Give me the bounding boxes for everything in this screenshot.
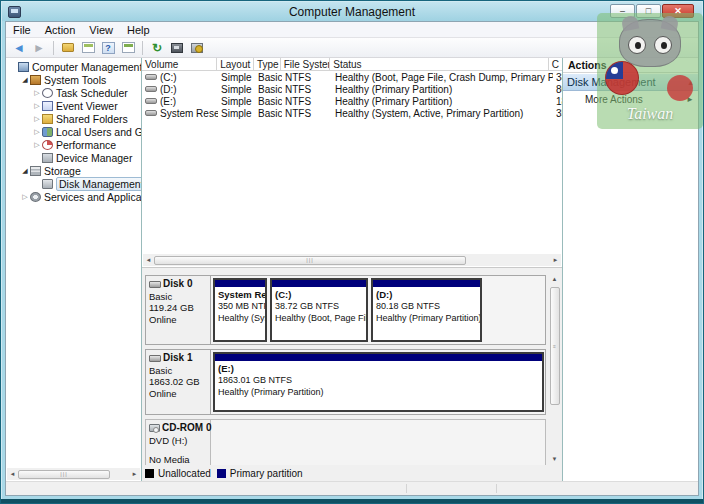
collapse-icon[interactable]: ▲ (687, 79, 694, 86)
cdrom-empty-strip (211, 420, 545, 465)
partition-color-band (215, 280, 265, 287)
disk-1-label[interactable]: Disk 1 Basic 1863.02 GB Online (146, 350, 211, 414)
partition-system-reserved[interactable]: System Res 350 MB NTF Healthy (Sys (213, 278, 267, 342)
scrollbar-thumb[interactable]: ||| (18, 470, 110, 479)
window-title: Computer Management (2, 5, 702, 19)
primary-partition-color-swatch (217, 469, 226, 478)
partition-color-band (373, 280, 480, 287)
minimize-button[interactable]: – (610, 4, 635, 18)
titlebar[interactable]: Computer Management – □ ✕ (2, 2, 702, 21)
tree-item-services-applications[interactable]: ▷ Services and Applications (6, 190, 141, 203)
volume-list-horizontal-scrollbar[interactable]: ◄ ||| ► (143, 254, 561, 266)
tree-item-computer-management[interactable]: Computer Management (Local (6, 60, 141, 73)
scroll-down-icon[interactable]: ▼ (549, 454, 560, 465)
volume-row-system-reserved[interactable]: System Reserved Simple Basic NTFS Health… (142, 107, 562, 119)
task-scheduler-icon (42, 88, 53, 98)
column-header-layout[interactable]: Layout (217, 58, 254, 70)
menu-file[interactable]: File (13, 24, 31, 36)
tree-item-storage[interactable]: ◢ Storage (6, 164, 141, 177)
tree-item-event-viewer[interactable]: ▷ Event Viewer (6, 99, 141, 112)
scrollbar-thumb[interactable]: ≡ (550, 287, 560, 405)
statusbar (6, 481, 698, 495)
disk-management-icon (42, 179, 53, 189)
column-header-file-system[interactable]: File System (281, 58, 331, 70)
legend-primary-partition-label: Primary partition (230, 468, 303, 479)
disk-1-row: Disk 1 Basic 1863.02 GB Online (E:) (145, 349, 546, 415)
volume-row-c[interactable]: (C:) Simple Basic NTFS Healthy (Boot, Pa… (142, 71, 562, 83)
disk-0-row: Disk 0 Basic 119.24 GB Online System Res (145, 275, 546, 345)
tree-item-disk-management[interactable]: Disk Management (6, 177, 141, 190)
performance-icon (42, 140, 53, 150)
maximize-button[interactable]: □ (636, 4, 661, 18)
unallocated-color-swatch (145, 469, 154, 478)
volume-row-e[interactable]: (E:) Simple Basic NTFS Healthy (Primary … (142, 95, 562, 107)
menu-action[interactable]: Action (45, 24, 76, 36)
scroll-right-icon[interactable]: ► (129, 469, 140, 480)
close-button[interactable]: ✕ (662, 4, 694, 18)
expander-icon[interactable]: ▷ (32, 128, 42, 136)
help-icon[interactable]: ? (100, 40, 116, 55)
legend-unallocated-label: Unallocated (158, 468, 211, 479)
legend: Unallocated Primary partition (145, 466, 546, 480)
column-header-volume[interactable]: Volume (142, 58, 217, 70)
disk-pane-vertical-scrollbar[interactable]: ▲ ≡ ▼ (548, 274, 561, 465)
column-header-capacity[interactable]: C (549, 58, 562, 70)
tree-item-task-scheduler[interactable]: ▷ Task Scheduler (6, 86, 141, 99)
actions-disk-management[interactable]: Disk Management ▲ (563, 73, 698, 91)
scrollbar-thumb[interactable]: ||| (154, 256, 466, 265)
tree-item-system-tools[interactable]: ◢ System Tools (6, 73, 141, 86)
tree-item-shared-folders[interactable]: ▷ Shared Folders (6, 112, 141, 125)
expander-icon[interactable]: ▷ (20, 193, 30, 201)
menu-help[interactable]: Help (127, 24, 150, 36)
submenu-arrow-icon: ► (686, 95, 694, 104)
tree-item-local-users-groups[interactable]: ▷ Local Users and Groups (6, 125, 141, 138)
expander-icon[interactable]: ▷ (32, 141, 42, 149)
users-icon (42, 127, 53, 137)
window-bottom-edge (1, 499, 703, 503)
computer-icon (18, 62, 29, 72)
back-icon[interactable]: ◄ (11, 40, 27, 55)
volume-list: Volume Layout Type File System Status C … (142, 58, 562, 268)
scroll-up-icon[interactable]: ▲ (549, 274, 560, 285)
volume-row-d[interactable]: (D:) Simple Basic NTFS Healthy (Primary … (142, 83, 562, 95)
cdrom-0-label[interactable]: CD-ROM 0 DVD (H:) No Media (146, 420, 211, 465)
expander-icon[interactable]: ◢ (20, 76, 30, 84)
show-hide-console-icon[interactable] (120, 40, 136, 55)
cdrom-icon (149, 424, 160, 432)
column-header-type[interactable]: Type (254, 58, 281, 70)
more-actions[interactable]: More Actions ► (563, 91, 698, 108)
app-icon (8, 6, 21, 18)
scroll-right-icon[interactable]: ► (550, 255, 561, 266)
device-manager-icon (42, 153, 53, 163)
tree-horizontal-scrollbar[interactable]: ◄ ||| ► (7, 468, 140, 480)
disk-graph-pane: Disk 0 Basic 119.24 GB Online System Res (142, 272, 562, 481)
column-header-status[interactable]: Status (330, 58, 549, 70)
console-tree: Computer Management (Local ◢ System Tool… (6, 58, 142, 481)
rescan-disks-icon[interactable] (189, 40, 205, 55)
menu-view[interactable]: View (89, 24, 113, 36)
disk-icon (149, 281, 161, 288)
toolbar-separator (142, 41, 143, 55)
toolbar-separator (53, 41, 54, 55)
disk-0-label[interactable]: Disk 0 Basic 119.24 GB Online (146, 276, 211, 344)
scroll-left-icon[interactable]: ◄ (7, 469, 18, 480)
expander-icon[interactable]: ▷ (32, 115, 42, 123)
partition-c[interactable]: (C:) 38.72 GB NTFS Healthy (Boot, Page F… (270, 278, 368, 342)
properties-icon[interactable] (169, 40, 185, 55)
export-list-icon[interactable] (60, 40, 76, 55)
forward-icon[interactable]: ► (31, 40, 47, 55)
partition-e[interactable]: (E:) 1863.01 GB NTFS Healthy (Primary Pa… (213, 352, 544, 412)
expander-icon[interactable]: ◢ (20, 167, 30, 175)
storage-icon (30, 166, 41, 176)
tree-item-device-manager[interactable]: Device Manager (6, 151, 141, 164)
drive-icon (145, 110, 157, 116)
expander-icon[interactable]: ▷ (32, 89, 42, 97)
menubar: File Action View Help (6, 22, 698, 38)
scroll-left-icon[interactable]: ◄ (143, 255, 154, 266)
partition-d[interactable]: (D:) 80.18 GB NTFS Healthy (Primary Part… (371, 278, 482, 342)
refresh-icon[interactable]: ↻ (149, 40, 165, 55)
console-window-icon[interactable] (80, 40, 96, 55)
expander-icon[interactable]: ▷ (32, 102, 42, 110)
tree-item-performance[interactable]: ▷ Performance (6, 138, 141, 151)
drive-icon (145, 86, 157, 92)
